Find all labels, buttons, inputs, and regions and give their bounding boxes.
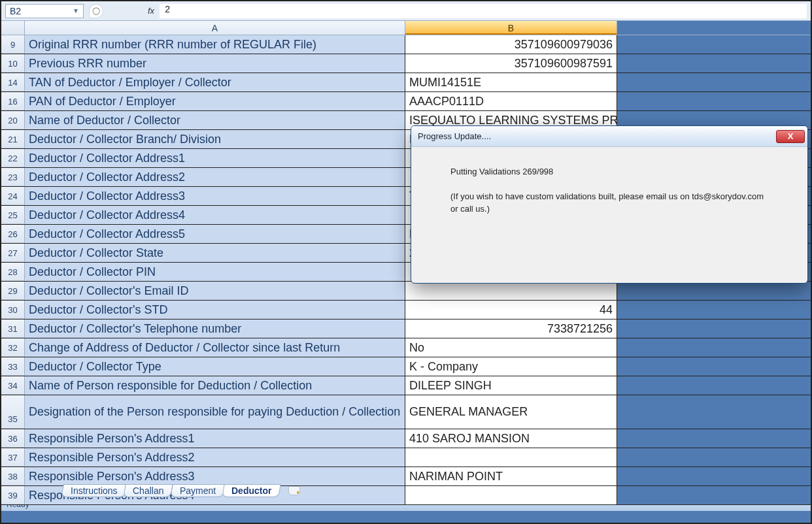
cell-label[interactable]: Deductor / Collector's Email ID	[25, 282, 405, 300]
cell-label[interactable]: Deductor / Collector Address5	[25, 225, 405, 243]
row-header[interactable]: 16	[1, 92, 25, 110]
blank-area	[617, 301, 811, 319]
cell-label[interactable]: Deductor / Collector Address2	[25, 168, 405, 186]
table-row: 38Responsible Person's Address3NARIMAN P…	[1, 467, 811, 486]
cell-label[interactable]: Deductor / Collector Type	[25, 357, 405, 376]
formula-input[interactable]: 2	[160, 4, 807, 18]
row-header[interactable]: 30	[1, 301, 25, 319]
cell-label[interactable]: Name of Deductor / Collector	[25, 111, 405, 129]
cell-label[interactable]: Responsible Person's Address3	[25, 467, 405, 485]
table-row: 34Name of Person responsible for Deducti…	[1, 376, 811, 395]
dialog-line2: (If you wish to have custom validations …	[450, 190, 768, 216]
dialog-line1: Putting Validations 269/998	[450, 165, 768, 178]
row-header[interactable]: 20	[1, 111, 25, 129]
cell-value[interactable]: NARIMAN POINT	[405, 467, 617, 485]
row-header[interactable]: 38	[1, 467, 25, 485]
blank-area	[617, 73, 811, 91]
cell-label[interactable]: Designation of the Person responsible fo…	[25, 395, 405, 429]
fx-label[interactable]: fx	[148, 6, 154, 16]
sheet-tab-deductor[interactable]: Deductor	[222, 484, 281, 497]
cell-value[interactable]	[405, 282, 617, 300]
new-sheet-icon[interactable]	[288, 486, 300, 495]
cell-label[interactable]: TAN of Deductor / Employer / Collector	[25, 73, 405, 91]
sheet-tab-label: Instructions	[71, 485, 118, 496]
blank-area	[617, 486, 811, 504]
row-header[interactable]: 39	[1, 486, 25, 504]
cell-value[interactable]: No	[405, 338, 617, 357]
cell-label[interactable]: Name of Person responsible for Deduction…	[25, 376, 405, 395]
row-header[interactable]: 10	[1, 54, 25, 73]
chevron-down-icon[interactable]: ▼	[73, 7, 79, 14]
column-header-row: A B	[1, 21, 811, 35]
cell-value[interactable]: AAACP0111D	[405, 92, 617, 110]
cell-value[interactable]	[405, 448, 617, 467]
sheet-tab-challan[interactable]: Challan	[123, 484, 173, 497]
row-header[interactable]: 21	[1, 130, 25, 148]
cell-value[interactable]: 357109600987591	[405, 54, 617, 73]
row-header[interactable]: 31	[1, 319, 25, 338]
cell-label[interactable]: PAN of Deductor / Employer	[25, 92, 405, 110]
row-header[interactable]: 26	[1, 225, 25, 243]
sheet-tab-label: Payment	[180, 485, 216, 496]
row-header[interactable]: 27	[1, 244, 25, 262]
row-header[interactable]: 25	[1, 206, 25, 224]
cell-value[interactable]: GENERAL MANAGER	[405, 395, 617, 429]
cell-label[interactable]: Change of Address of Deductor / Collecto…	[25, 338, 405, 357]
select-all-corner[interactable]	[1, 21, 25, 35]
cell-label[interactable]: Deductor / Collector Address3	[25, 187, 405, 205]
cancel-formula-icon[interactable]: ◯	[89, 4, 103, 18]
close-button[interactable]: X	[776, 130, 805, 143]
cell-label[interactable]: Responsible Person's Address1	[25, 429, 405, 448]
cell-label[interactable]: Deductor / Collector Branch/ Division	[25, 130, 405, 148]
row-header[interactable]: 9	[1, 35, 25, 54]
table-row: 9Original RRR number (RRR number of REGU…	[1, 35, 811, 54]
cell-label[interactable]: Deductor / Collector State	[25, 244, 405, 262]
cell-value[interactable]	[405, 486, 617, 504]
column-header-B[interactable]: B	[405, 21, 617, 35]
row-header[interactable]: 36	[1, 429, 25, 448]
cell-value[interactable]: 357109600979036	[405, 35, 617, 54]
formula-bar: B2 ▼ ◯ fx 2	[1, 1, 811, 21]
dialog-titlebar[interactable]: Progress Update.... X	[411, 126, 807, 147]
row-header[interactable]: 35	[1, 395, 25, 429]
row-header[interactable]: 23	[1, 168, 25, 186]
cell-value[interactable]: 44	[405, 301, 617, 319]
sheet-tab-instructions[interactable]: Instructions	[61, 484, 127, 497]
cell-label[interactable]: Original RRR number (RRR number of REGUL…	[25, 35, 405, 54]
row-header[interactable]: 24	[1, 187, 25, 205]
table-row: 35Designation of the Person responsible …	[1, 395, 811, 429]
blank-area	[617, 338, 811, 357]
name-box[interactable]: B2 ▼	[5, 4, 84, 18]
row-header[interactable]: 14	[1, 73, 25, 91]
cell-value[interactable]: MUMI14151E	[405, 73, 617, 91]
row-header[interactable]: 34	[1, 376, 25, 395]
row-header[interactable]: 29	[1, 282, 25, 300]
name-box-value: B2	[10, 6, 21, 16]
cell-label[interactable]: Deductor / Collector Address4	[25, 206, 405, 224]
row-header[interactable]: 32	[1, 338, 25, 357]
dialog-title-text: Progress Update....	[418, 131, 491, 141]
blank-area	[617, 467, 811, 485]
row-header[interactable]: 28	[1, 263, 25, 281]
cell-label[interactable]: Deductor / Collector's Telephone number	[25, 319, 405, 338]
table-row: 31Deductor / Collector's Telephone numbe…	[1, 319, 811, 338]
blank-area	[617, 319, 811, 338]
cell-label[interactable]: Deductor / Collector PIN	[25, 263, 405, 281]
cell-value[interactable]: 7338721256	[405, 319, 617, 338]
row-header[interactable]: 37	[1, 448, 25, 467]
cell-value[interactable]: DILEEP SINGH	[405, 376, 617, 395]
cell-label[interactable]: Previous RRR number	[25, 54, 405, 73]
cell-label[interactable]: Deductor / Collector Address1	[25, 149, 405, 167]
blank-area	[617, 395, 811, 429]
cell-value[interactable]: K - Company	[405, 357, 617, 376]
sheet-tab-payment[interactable]: Payment	[170, 484, 226, 497]
sheet-tab-label: Deductor	[231, 485, 271, 496]
column-header-A[interactable]: A	[25, 21, 405, 35]
dialog-body: Putting Validations 269/998 (If you wish…	[411, 147, 807, 234]
cell-label[interactable]: Responsible Person's Address2	[25, 448, 405, 467]
table-row: 32Change of Address of Deductor / Collec…	[1, 338, 811, 357]
row-header[interactable]: 33	[1, 357, 25, 376]
cell-value[interactable]: 410 SAROJ MANSION	[405, 429, 617, 448]
row-header[interactable]: 22	[1, 149, 25, 167]
cell-label[interactable]: Deductor / Collector's STD	[25, 301, 405, 319]
